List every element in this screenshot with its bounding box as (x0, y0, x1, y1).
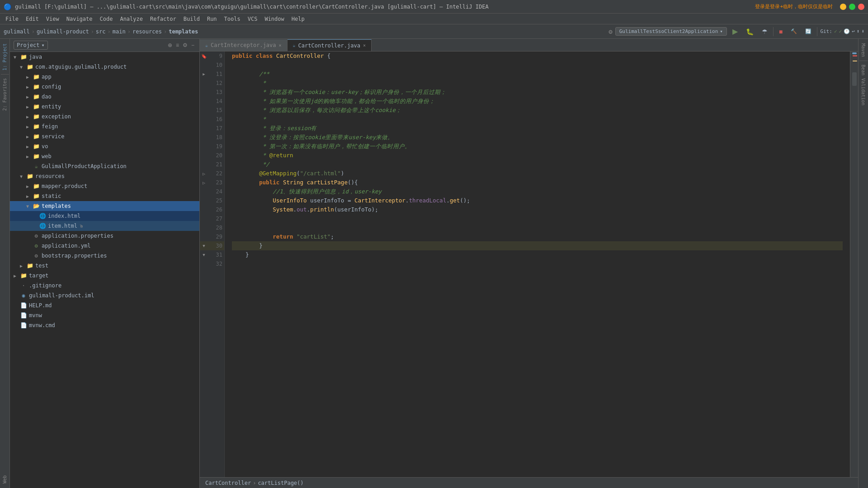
menu-vcs[interactable]: VCS (244, 15, 261, 23)
minimize-button[interactable] (840, 4, 846, 10)
tab-bean-validation[interactable]: Bean Validation (860, 62, 867, 108)
tab-close-icon2[interactable]: × (363, 43, 366, 48)
tree-iml[interactable]: ◉ gulimall-product.iml (10, 291, 199, 300)
menu-run[interactable]: Run (203, 15, 221, 23)
tree-static[interactable]: ▶ 📁 static (10, 191, 199, 201)
maximize-button[interactable] (849, 4, 855, 10)
tree-mapper[interactable]: ▶ 📁 mapper.product (10, 181, 199, 191)
locate-file-button[interactable]: ⊕ (166, 42, 174, 49)
tree-java[interactable]: ▼ 📁 java (10, 52, 199, 62)
code-lines[interactable]: public class CartController { /** * * 浏览… (225, 52, 850, 477)
tab-close-icon[interactable]: × (279, 43, 282, 48)
bc-method[interactable]: cartListPage() (258, 480, 303, 486)
tree-templates[interactable]: ▼ 📂 templates (10, 201, 199, 211)
breadcrumb-gulimall[interactable]: gulimall (4, 28, 30, 35)
breadcrumb-resources[interactable]: resources (132, 28, 162, 35)
tree-exception[interactable]: ▶ 📁 exception (10, 112, 199, 122)
title-text: gulimall [F:\gulimall] – ...\gulimall-ca… (15, 4, 755, 10)
tree-resources[interactable]: ▼ 📁 resources (10, 171, 199, 181)
tree-package[interactable]: ▼ 📁 com.atguigu.gulimall.product (10, 62, 199, 72)
scroll-marker-top (852, 52, 857, 54)
build-button[interactable]: 🔨 (788, 27, 800, 36)
gutter-30: ▼ 30 (200, 241, 224, 250)
collapse-button[interactable]: ≡ (175, 42, 180, 49)
folder-icon: 📁 (33, 103, 40, 110)
menu-analyze[interactable]: Analyze (116, 15, 146, 23)
fold-close-icon2[interactable]: ▼ (203, 253, 205, 257)
tree-service[interactable]: ▶ 📁 service (10, 131, 199, 141)
folder-icon: 📁 (20, 53, 27, 61)
menu-code[interactable]: Code (96, 15, 117, 23)
hide-button[interactable]: − (190, 42, 196, 49)
gutter-13: 13 (200, 88, 224, 97)
fold-close-icon[interactable]: ▼ (203, 244, 205, 248)
tree-mvnwcmd[interactable]: 📄 mvnw.cmd (10, 320, 199, 330)
tree-target[interactable]: ▶ 📁 target (10, 271, 199, 281)
settings-button[interactable]: ⚙ (181, 42, 189, 49)
run-button[interactable]: ▶ (730, 26, 741, 37)
code-line-9: public class CartController { (232, 52, 843, 61)
run-settings-icon[interactable]: ⚙ (609, 28, 612, 35)
tree-index-html[interactable]: 🌐 index.html (10, 211, 199, 221)
tree-web[interactable]: ▶ 📁 web (10, 151, 199, 161)
tree-item-html[interactable]: 🌐 item.html 🖱 (10, 221, 199, 231)
tab-maven[interactable]: Maven (860, 41, 867, 60)
menu-tools[interactable]: Tools (221, 15, 244, 23)
title-right-text: 登录是登录+临时，临时仅仅是临时 (755, 3, 833, 10)
fold-icon[interactable]: ▶ (203, 72, 205, 76)
breadcrumb-src[interactable]: src (96, 28, 106, 35)
menu-navigate[interactable]: Navigate (63, 15, 96, 23)
code-line-31: } (232, 250, 843, 259)
tree-mvnw[interactable]: 📄 mvnw (10, 310, 199, 320)
run-config-selector[interactable]: GulimallTestSsoClient2Application ▾ (615, 27, 727, 36)
scroll-thumb (852, 72, 857, 86)
tab-web[interactable]: Web (1, 473, 8, 486)
breadcrumb-main[interactable]: main (113, 28, 126, 35)
debug-button[interactable]: 🐛 (743, 27, 756, 37)
separator (1, 74, 9, 75)
code-line-26: System.out.println(userInfoTo); (232, 205, 843, 214)
tree-config[interactable]: ▶ 📁 config (10, 82, 199, 92)
gutter-28: 28 (200, 223, 224, 232)
coverage-button[interactable]: ☂ (759, 27, 770, 37)
breadcrumb-product[interactable]: gulimall-product (37, 28, 89, 35)
gutter-run-icon[interactable]: ▷ (203, 171, 205, 176)
tree-main-class[interactable]: ☕ GulimallProductApplication (10, 161, 199, 171)
tree-dao[interactable]: ▶ 📁 dao (10, 92, 199, 102)
tree-vo[interactable]: ▶ 📁 vo (10, 141, 199, 151)
tree-test[interactable]: ▶ 📁 test (10, 261, 199, 271)
gutter-22: ▷ 22 (200, 169, 224, 178)
props-icon: ⚙ (33, 232, 40, 239)
gutter-11: ▶ 11 (200, 70, 224, 79)
tab-favorites[interactable]: 2: Favorites (1, 75, 8, 113)
bc-cart-controller[interactable]: CartController (205, 480, 251, 486)
stop-button[interactable]: ■ (776, 27, 785, 37)
folder-icon: 📁 (33, 133, 40, 140)
code-line-20: * @return (232, 151, 843, 160)
sync-button[interactable]: 🔄 (802, 27, 814, 36)
tree-app[interactable]: ▶ 📁 app (10, 72, 199, 82)
menu-view[interactable]: View (42, 15, 63, 23)
close-button[interactable] (858, 4, 864, 10)
project-dropdown[interactable]: Project ▾ (14, 41, 48, 50)
tree-app-props[interactable]: ⚙ application.properties (10, 231, 199, 241)
menu-help[interactable]: Help (288, 15, 308, 23)
gutter-run-icon2[interactable]: ▷ (203, 180, 205, 185)
tree-gitignore[interactable]: · .gitignore (10, 281, 199, 291)
tab-cart-controller[interactable]: ☕ CartController.java × (288, 39, 372, 51)
tree-entity[interactable]: ▶ 📁 entity (10, 102, 199, 112)
menu-refactor[interactable]: Refactor (146, 15, 180, 23)
tree-bootstrap-props[interactable]: ⚙ bootstrap.properties (10, 251, 199, 261)
menu-build[interactable]: Build (180, 15, 203, 23)
target-folder-icon: 📁 (20, 272, 27, 279)
tree-help[interactable]: 📄 HELP.md (10, 300, 199, 310)
tab-cart-interceptor[interactable]: ☕ CartInterceptor.java × (200, 39, 288, 51)
menu-file[interactable]: File (2, 15, 22, 23)
tree-feign[interactable]: ▶ 📁 feign (10, 122, 199, 131)
menu-window[interactable]: Window (261, 15, 288, 23)
tab-project[interactable]: 1: Project (1, 41, 8, 73)
menu-edit[interactable]: Edit (22, 15, 42, 23)
breadcrumb-templates[interactable]: templates (169, 28, 198, 35)
tree-app-yml[interactable]: ⚙ application.yml (10, 241, 199, 251)
scrollbar-right[interactable] (850, 52, 858, 477)
